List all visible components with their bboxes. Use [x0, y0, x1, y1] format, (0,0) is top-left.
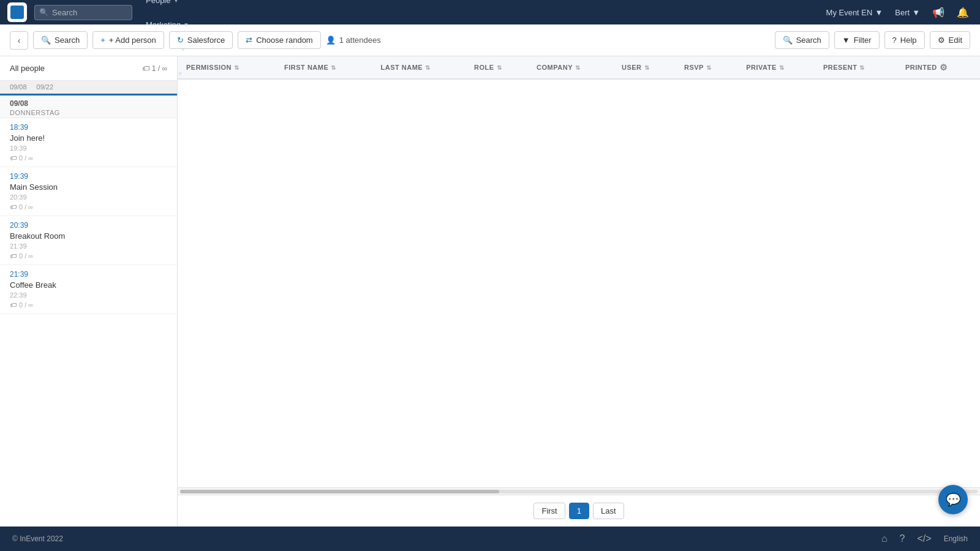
chevron-down-icon: ▼	[875, 8, 883, 17]
search-icon: 🔍	[783, 36, 793, 45]
column-label-private: PRIVATE	[746, 64, 777, 71]
sort-icon: ⇅	[425, 64, 431, 71]
column-label-company: COMPANY	[537, 64, 573, 71]
session-end-time: 20:39	[10, 193, 167, 201]
last-page-button[interactable]: Last	[593, 503, 624, 519]
chat-bubble-button[interactable]: 💬	[938, 485, 968, 514]
random-icon: ⇄	[246, 36, 252, 45]
top-navigation: 🔍 Event▼Agenda▼People▼Marketing▼Analytic…	[0, 0, 980, 24]
sort-icon: ⇅	[331, 64, 336, 71]
question-icon[interactable]: ?	[900, 533, 905, 544]
column-label-first_name: FIRST NAME	[284, 64, 328, 71]
choose-random-button[interactable]: ⇄ Choose random	[238, 31, 321, 49]
session-tag-count: 0 / ∞	[19, 203, 33, 211]
search-icon: 🔍	[41, 36, 51, 45]
edit-button[interactable]: ⚙ Edit	[930, 31, 970, 49]
nav-label-people: People	[146, 0, 170, 5]
sidebar-item-all-people[interactable]: All people 🏷 1 / ∞	[0, 56, 177, 81]
session-tags: 🏷 0 / ∞	[10, 301, 167, 309]
toolbar: ‹ 🔍 Search + + Add person ↻ Salesforce ⇄…	[0, 24, 980, 56]
th-present[interactable]: PRESENT⇅	[815, 56, 897, 79]
nav-megaphone-button[interactable]: 📢	[929, 0, 948, 24]
session-end-time: 22:39	[10, 291, 167, 299]
gear-icon[interactable]: ⚙	[940, 62, 948, 72]
sort-icon: ⇅	[575, 64, 581, 71]
sidebar-session-0[interactable]: 18:39 Join here! 19:39 🏷 0 / ∞	[0, 118, 177, 167]
language-selector[interactable]: English	[944, 534, 968, 543]
tag-icon: 🏷	[10, 154, 17, 162]
session-tags: 🏷 0 / ∞	[10, 252, 167, 260]
app-logo[interactable]	[7, 2, 27, 22]
bell-icon: 🔔	[957, 7, 969, 18]
chevron-down-icon: ▼	[180, 46, 186, 53]
nav-user[interactable]: Bert ▼	[891, 0, 924, 24]
th-last_name[interactable]: LAST NAME⇅	[372, 56, 466, 79]
scroll-thumb[interactable]	[180, 490, 499, 493]
code-icon[interactable]: </>	[918, 533, 932, 544]
toolbar-right: 🔍 Search ▼ Filter ? Help ⚙ Edit	[775, 31, 970, 49]
help-button[interactable]: ? Help	[884, 31, 925, 49]
first-page-button[interactable]: First	[533, 503, 565, 519]
back-button[interactable]: ‹	[10, 31, 28, 50]
horizontal-scrollbar[interactable]	[178, 487, 980, 495]
nav-my-event-en[interactable]: My Event EN ▼	[823, 0, 887, 24]
home-icon[interactable]: ⌂	[881, 533, 888, 544]
toolbar-search-button[interactable]: 🔍 Search	[33, 31, 88, 49]
sidebar-session-2[interactable]: 20:39 Breakout Room 21:39 🏷 0 / ∞	[0, 216, 177, 265]
session-tag-count: 0 / ∞	[19, 252, 33, 260]
session-start-time: 19:39	[10, 172, 167, 181]
tag-icon: 🏷	[10, 203, 17, 211]
session-start-time: 21:39	[10, 270, 167, 279]
nav-bell-button[interactable]: 🔔	[953, 0, 973, 24]
person-icon: 👤	[326, 36, 336, 45]
main-layout: All people 🏷 1 / ∞ 09/08 09/22 09/08 DON…	[0, 56, 980, 527]
table-header: PERMISSION⇅FIRST NAME⇅LAST NAME⇅ROLE⇅COM…	[178, 56, 980, 79]
gear-icon: ⚙	[938, 36, 945, 45]
chevron-down-icon: ▼	[177, 70, 183, 77]
th-role[interactable]: ROLE⇅	[466, 56, 528, 79]
sidebar-session-3[interactable]: 21:39 Coffee Break 22:39 🏷 0 / ∞	[0, 265, 177, 314]
copyright-text: © InEvent 2022	[12, 534, 63, 543]
chevron-down-icon: ▼	[173, 0, 179, 4]
megaphone-icon: 📢	[932, 7, 944, 18]
content-area: PERMISSION⇅FIRST NAME⇅LAST NAME⇅ROLE⇅COM…	[178, 56, 980, 527]
session-tag-count: 0 / ∞	[19, 154, 33, 162]
salesforce-button[interactable]: ↻ Salesforce	[169, 31, 233, 49]
footer-icons: ⌂ ? </> English	[881, 533, 968, 544]
sort-icon: ⇅	[497, 64, 502, 71]
tag-icon: 🏷	[10, 301, 17, 309]
filter-button[interactable]: ▼ Filter	[834, 31, 880, 49]
toolbar-search-right-button[interactable]: 🔍 Search	[775, 31, 829, 49]
session-name: Main Session	[10, 182, 167, 192]
tag-icon: 🏷	[10, 252, 17, 260]
table-header-row: PERMISSION⇅FIRST NAME⇅LAST NAME⇅ROLE⇅COM…	[178, 56, 980, 79]
date-range: 09/08 09/22	[0, 81, 177, 94]
table-container: PERMISSION⇅FIRST NAME⇅LAST NAME⇅ROLE⇅COM…	[178, 56, 980, 487]
page-1-button[interactable]: 1	[569, 503, 589, 519]
session-tag-count: 0 / ∞	[19, 301, 33, 309]
th-company[interactable]: COMPANY⇅	[528, 56, 613, 79]
sidebar-session-1[interactable]: 19:39 Main Session 20:39 🏷 0 / ∞	[0, 167, 177, 216]
tag-icon: 🏷	[142, 64, 149, 73]
chevron-down-icon: ▼	[912, 8, 920, 17]
th-printed[interactable]: PRINTED⚙	[897, 56, 980, 79]
sidebar: All people 🏷 1 / ∞ 09/08 09/22 09/08 DON…	[0, 56, 178, 527]
th-permission[interactable]: PERMISSION⇅	[178, 56, 276, 79]
column-label-printed: PRINTED	[905, 64, 937, 71]
column-label-present: PRESENT	[823, 64, 857, 71]
sort-icon: ⇅	[859, 64, 865, 71]
nav-search-input[interactable]	[34, 5, 132, 20]
footer: © InEvent 2022 ⌂ ? </> English	[0, 527, 980, 551]
sort-icon: ⇅	[644, 64, 650, 71]
th-rsvp[interactable]: RSVP⇅	[676, 56, 737, 79]
help-icon: ?	[892, 36, 897, 45]
nav-item-people[interactable]: People▼	[140, 0, 195, 12]
th-private[interactable]: PRIVATE⇅	[737, 56, 815, 79]
th-first_name[interactable]: FIRST NAME⇅	[276, 56, 372, 79]
th-user[interactable]: USER⇅	[613, 56, 676, 79]
sidebar-date-header: 09/08 DONNERSTAG	[0, 94, 177, 118]
add-person-button[interactable]: + + Add person	[92, 31, 164, 49]
back-icon: ‹	[18, 36, 21, 45]
session-end-time: 19:39	[10, 144, 167, 152]
attendees-table: PERMISSION⇅FIRST NAME⇅LAST NAME⇅ROLE⇅COM…	[178, 56, 980, 80]
